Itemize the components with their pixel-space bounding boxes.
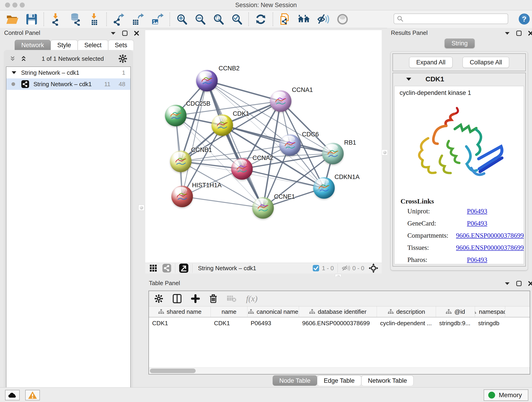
cell[interactable]: P06493	[247, 317, 299, 329]
node-ccna2[interactable]	[231, 158, 253, 180]
node-cdkn1a[interactable]	[313, 177, 335, 199]
import-network-database-icon[interactable]	[69, 13, 82, 26]
detach-view-icon[interactable]	[179, 263, 189, 273]
tab-network[interactable]: Network	[15, 40, 51, 50]
tab-node-table[interactable]: Node Table	[273, 375, 317, 386]
node-ccnb2[interactable]	[196, 70, 218, 91]
node-ccnb1[interactable]	[170, 151, 191, 172]
memory-button[interactable]: Memory	[484, 389, 528, 401]
export-network-icon[interactable]	[113, 13, 125, 26]
export-image-icon[interactable]	[151, 13, 164, 26]
cell[interactable]: CDK1	[149, 317, 211, 329]
tab-network-table[interactable]: Network Table	[361, 375, 414, 386]
zoom-in-icon[interactable]	[176, 13, 187, 25]
collapse-entry-icon[interactable]	[406, 77, 412, 81]
right-splitter-handle[interactable]	[382, 149, 388, 155]
cell[interactable]: stringdb:9...	[436, 317, 475, 329]
crosslink-link[interactable]: 9606.ENSP00000378699	[456, 232, 524, 239]
import-table-icon[interactable]	[89, 13, 100, 26]
apply-layout-icon[interactable]	[255, 13, 267, 25]
birds-eye-icon[interactable]	[337, 13, 348, 25]
zoom-out-icon[interactable]	[194, 13, 206, 25]
tab-edge-table[interactable]: Edge Table	[317, 375, 361, 386]
close-panel-icon[interactable]	[528, 281, 532, 286]
network-view-icon[interactable]	[162, 264, 171, 273]
help-icon[interactable]: ?	[518, 13, 530, 25]
column-header-namespace[interactable]: namespace	[475, 306, 505, 317]
node-ccne1[interactable]	[252, 197, 274, 219]
node-rb1[interactable]	[322, 143, 344, 164]
tree-network-row[interactable]: String Network – cdk1 1148	[6, 78, 130, 90]
expand-all-button[interactable]: Expand All	[409, 57, 453, 68]
show-columns-icon[interactable]	[173, 294, 181, 303]
collapse-node-icon[interactable]	[12, 71, 17, 75]
node-hist1h1a[interactable]	[171, 186, 193, 207]
save-session-icon[interactable]	[26, 13, 38, 25]
tree-root-row[interactable]: String Network – cdk1 1	[6, 67, 130, 78]
column-header-description[interactable]: description	[377, 306, 436, 317]
network-canvas[interactable]: CCNB2CCNA1CDC25BCDK1CDC6RB1CCNB1CCNA2CDK…	[145, 30, 382, 263]
column-header-shared-name[interactable]: shared name	[149, 306, 211, 317]
close-panel-icon[interactable]	[134, 31, 139, 36]
panel-menu-icon[interactable]	[505, 282, 510, 285]
home-icon[interactable]	[298, 13, 310, 25]
table-options-gear-icon[interactable]	[154, 294, 163, 303]
search-box[interactable]	[394, 13, 508, 24]
duplicate-network-icon[interactable]	[279, 13, 291, 26]
tab-style[interactable]: Style	[51, 40, 78, 50]
left-splitter-handle[interactable]	[138, 205, 144, 211]
float-panel-icon[interactable]	[516, 30, 522, 36]
zoom-selected-icon[interactable]	[231, 13, 242, 25]
delete-column-icon[interactable]	[209, 294, 217, 303]
tab-string[interactable]: String	[445, 38, 475, 48]
hidden-eye-icon[interactable]	[341, 264, 350, 272]
network-edge[interactable]	[182, 196, 263, 208]
float-panel-icon[interactable]	[516, 281, 522, 287]
node-ccna1[interactable]	[270, 90, 291, 112]
network-edge[interactable]	[222, 125, 333, 153]
crosslink-link[interactable]: P06493	[467, 256, 487, 264]
close-panel-icon[interactable]	[528, 31, 532, 36]
panel-menu-icon[interactable]	[110, 32, 116, 35]
warning-button[interactable]	[25, 390, 40, 400]
tab-sets[interactable]: Sets	[108, 40, 134, 50]
tab-select[interactable]: Select	[78, 40, 108, 50]
crosslink-link[interactable]: 9606.ENSP00000378699	[456, 244, 524, 251]
add-column-icon[interactable]	[191, 294, 200, 303]
float-panel-icon[interactable]	[122, 30, 128, 36]
toggle-graphics-details-icon[interactable]	[317, 13, 330, 25]
pan-crosshair-icon[interactable]	[368, 263, 379, 273]
node-cdk1[interactable]	[211, 114, 233, 136]
node-cdc25b[interactable]	[165, 105, 186, 126]
collapse-all-button[interactable]: Collapse All	[462, 57, 509, 68]
search-input[interactable]	[404, 15, 508, 22]
column-header-database-identifier[interactable]: database identifier	[299, 306, 377, 317]
expand-all-icon[interactable]	[20, 55, 27, 62]
cloud-button[interactable]	[5, 390, 20, 400]
cell[interactable]: 9606.ENSP00000378699	[299, 317, 377, 329]
crosslink-link[interactable]: P06493	[467, 207, 487, 215]
network-options-gear-icon[interactable]	[119, 54, 127, 63]
crosslink-link[interactable]: P06493	[467, 220, 487, 227]
grid-view-icon[interactable]	[149, 264, 157, 272]
collapse-all-icon[interactable]	[9, 55, 16, 62]
node-cdc6[interactable]	[279, 134, 301, 156]
export-table-icon[interactable]	[132, 13, 144, 26]
table-row[interactable]: CDK1CDK1P064939606.ENSP00000378699cyclin…	[149, 317, 530, 329]
table-h-scrollbar[interactable]	[149, 367, 530, 374]
cell[interactable]: stringdb	[475, 317, 505, 329]
cloud-icon	[8, 392, 17, 399]
network-edge[interactable]	[182, 81, 207, 196]
control-panel-tabs: NetworkStyleSelectSets	[15, 40, 134, 50]
column-header-name[interactable]: name	[211, 306, 247, 317]
cell[interactable]: CDK1	[211, 317, 247, 329]
panel-menu-icon[interactable]	[505, 32, 510, 35]
selected-checkbox-icon[interactable]	[312, 264, 320, 272]
column-header-canonical-name[interactable]: canonical name	[247, 306, 299, 317]
column-header--id[interactable]: @id	[436, 306, 475, 317]
cell[interactable]: cyclin-dependent ...	[377, 317, 436, 329]
import-network-icon[interactable]	[50, 13, 62, 26]
open-session-icon[interactable]	[6, 13, 19, 25]
scrollbar-thumb[interactable]	[150, 369, 196, 373]
zoom-fit-icon[interactable]	[213, 13, 224, 25]
